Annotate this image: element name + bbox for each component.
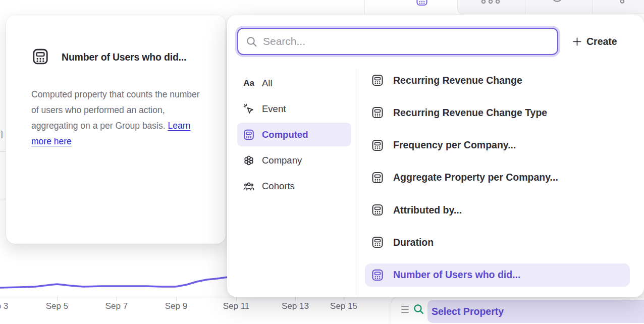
create-button-label: Create xyxy=(586,36,617,47)
background-divider xyxy=(0,199,6,199)
x-axis-label: Sep 3 xyxy=(0,301,8,311)
property-item[interactable]: Number of Users who did... xyxy=(365,263,630,287)
background-divider xyxy=(0,151,6,152)
x-axis-label: Sep 11 xyxy=(223,301,250,311)
property-label: Duration xyxy=(393,237,434,248)
trend-line-chart xyxy=(0,272,232,298)
property-item[interactable]: Attributed by... xyxy=(365,198,630,222)
event-click-icon xyxy=(243,103,255,115)
x-axis-label: Sep 13 xyxy=(282,301,309,311)
category-item-event[interactable]: Event xyxy=(237,97,351,121)
property-picker-dropdown: Create AaAllEventComputedCompanyCohorts … xyxy=(227,15,644,297)
calculator-icon xyxy=(371,268,384,282)
category-label: Cohorts xyxy=(262,181,295,192)
calculator-icon xyxy=(243,129,255,141)
category-label: Company xyxy=(262,155,302,166)
calculator-icon xyxy=(371,203,384,217)
category-label: Computed xyxy=(262,129,308,140)
create-button[interactable]: Create xyxy=(572,32,617,50)
calculator-icon xyxy=(371,74,384,87)
tab-divider xyxy=(592,0,593,14)
report-tab-bars-icon[interactable] xyxy=(481,0,500,5)
property-item[interactable]: Frequency per Company... xyxy=(365,134,630,157)
tab-divider xyxy=(525,0,525,14)
property-label: Number of Users who did... xyxy=(393,269,520,281)
property-label: Frequency per Company... xyxy=(393,139,516,151)
calculator-icon xyxy=(31,47,49,66)
tooltip-description: Computed property that counts the number… xyxy=(31,87,209,149)
list-divider xyxy=(358,68,358,297)
x-axis-tick xyxy=(236,297,237,301)
calculator-icon xyxy=(371,139,384,152)
x-axis-label: Sep 5 xyxy=(46,301,68,311)
search-input[interactable] xyxy=(263,35,535,47)
background-divider xyxy=(364,0,365,14)
company-cluster-icon xyxy=(243,154,255,167)
calculator-icon xyxy=(371,236,384,249)
property-item[interactable]: Duration xyxy=(365,231,630,254)
search-icon xyxy=(245,35,258,48)
x-axis-tick xyxy=(344,297,344,301)
category-label: Event xyxy=(262,103,286,115)
x-axis-tick xyxy=(295,297,296,301)
category-label: All xyxy=(262,78,273,89)
property-list: Recurring Revenue ChangeRecurring Revenu… xyxy=(365,69,630,287)
x-axis-tick xyxy=(117,297,117,301)
property-label: Attributed by... xyxy=(393,204,462,216)
x-axis-label: Sep 15 xyxy=(330,301,357,311)
calculator-icon xyxy=(371,106,384,119)
calculator-icon xyxy=(371,171,384,184)
tooltip-title: Number of Users who did... xyxy=(62,51,186,63)
drag-handle-icon[interactable] xyxy=(401,306,409,313)
app-screen: ] Sep 3Sep 5Sep 7Sep 9Sep 11Sep 13Sep 15… xyxy=(0,0,644,324)
cohorts-people-icon xyxy=(243,180,255,192)
property-tooltip-card: Number of Users who did... Computed prop… xyxy=(6,15,226,244)
select-property-label: Select Property xyxy=(432,306,504,317)
report-tab-calculator-icon[interactable] xyxy=(415,0,428,7)
clipped-background-text: ] xyxy=(1,129,3,139)
category-item-computed[interactable]: Computed xyxy=(237,123,351,146)
x-axis-tick xyxy=(57,297,58,301)
category-item-cohorts[interactable]: Cohorts xyxy=(237,174,351,198)
property-item[interactable]: Aggregate Property per Company... xyxy=(365,166,630,189)
x-axis-line xyxy=(0,297,390,297)
category-item-company[interactable]: Company xyxy=(237,148,351,172)
x-axis-label: Sep 7 xyxy=(105,301,128,311)
property-item[interactable]: Recurring Revenue Change Type xyxy=(365,101,630,124)
property-label: Recurring Revenue Change xyxy=(393,75,522,86)
search-box xyxy=(237,28,558,55)
select-property-field[interactable]: Select Property xyxy=(427,300,644,323)
text-aa-icon: Aa xyxy=(243,77,255,89)
x-axis-tick xyxy=(176,297,177,301)
category-item-all[interactable]: AaAll xyxy=(237,71,351,95)
category-list: AaAllEventComputedCompanyCohorts xyxy=(237,71,351,198)
plus-icon xyxy=(572,37,582,46)
property-label: Recurring Revenue Change Type xyxy=(393,107,547,119)
property-item[interactable]: Recurring Revenue Change xyxy=(365,69,630,92)
search-icon xyxy=(412,303,425,315)
property-label: Aggregate Property per Company... xyxy=(393,172,558,183)
report-tab-retention-icon[interactable] xyxy=(552,0,562,4)
x-axis-label: Sep 9 xyxy=(165,301,187,311)
report-tab-funnel-icon[interactable] xyxy=(620,0,625,4)
query-builder-panel: Select Property xyxy=(391,297,644,324)
